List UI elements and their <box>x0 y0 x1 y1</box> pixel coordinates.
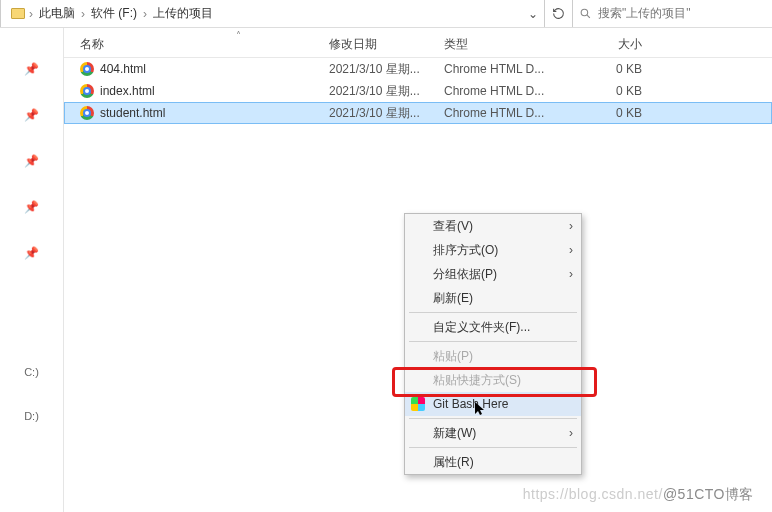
chrome-icon <box>80 106 94 120</box>
ctx-refresh[interactable]: 刷新(E) <box>405 286 581 310</box>
search-placeholder: 搜索"上传的项目" <box>598 5 691 22</box>
watermark: https://blog.csdn.net/@51CTO博客 <box>523 486 754 504</box>
pin-icon: 📌 <box>24 246 39 260</box>
pin-icon: 📌 <box>24 108 39 122</box>
quick-access-gutter: 📌 📌 📌 📌 📌 C:) D:) <box>0 28 64 512</box>
file-name: student.html <box>100 106 165 120</box>
table-row[interactable]: student.html2021/3/10 星期...Chrome HTML D… <box>64 102 772 124</box>
file-name-cell: student.html <box>74 106 329 120</box>
drive-label-d[interactable]: D:) <box>24 410 39 422</box>
search-input[interactable]: 搜索"上传的项目" <box>572 0 772 27</box>
file-name-cell: index.html <box>74 84 329 98</box>
ctx-separator <box>409 418 577 419</box>
ctx-group[interactable]: 分组依据(P) <box>405 262 581 286</box>
pin-icon: 📌 <box>24 62 39 76</box>
breadcrumb[interactable]: › 此电脑 › 软件 (F:) › 上传的项目 ⌄ <box>0 0 544 27</box>
address-bar: › 此电脑 › 软件 (F:) › 上传的项目 ⌄ 搜索"上传的项目" <box>0 0 772 28</box>
file-date: 2021/3/10 星期... <box>329 105 444 122</box>
file-name-cell: 404.html <box>74 62 329 76</box>
column-date[interactable]: 修改日期 <box>329 36 444 53</box>
watermark-url: https://blog.csdn.net/ <box>523 486 663 502</box>
ctx-paste-shortcut: 粘贴快捷方式(S) <box>405 368 581 392</box>
cursor-icon <box>475 402 485 416</box>
file-size: 0 KB <box>579 62 664 76</box>
ctx-sort[interactable]: 排序方式(O) <box>405 238 581 262</box>
file-list: ˄ 名称 修改日期 类型 大小 404.html2021/3/10 星期...C… <box>64 28 772 512</box>
column-name[interactable]: 名称 <box>74 36 329 53</box>
file-name: 404.html <box>100 62 146 76</box>
file-size: 0 KB <box>579 84 664 98</box>
refresh-button[interactable] <box>544 0 572 27</box>
refresh-icon <box>552 7 565 20</box>
table-row[interactable]: index.html2021/3/10 星期...Chrome HTML D..… <box>64 80 772 102</box>
pin-icon: 📌 <box>24 200 39 214</box>
ctx-git-bash[interactable]: Git Bash Here <box>405 392 581 416</box>
ctx-customize[interactable]: 自定义文件夹(F)... <box>405 315 581 339</box>
table-row[interactable]: 404.html2021/3/10 星期...Chrome HTML D...0… <box>64 58 772 80</box>
breadcrumb-drive[interactable]: 软件 (F:) <box>89 3 139 24</box>
file-date: 2021/3/10 星期... <box>329 83 444 100</box>
ctx-new[interactable]: 新建(W) <box>405 421 581 445</box>
file-type: Chrome HTML D... <box>444 84 579 98</box>
search-icon <box>579 7 592 20</box>
chevron-right-icon: › <box>139 7 151 21</box>
ctx-properties[interactable]: 属性(R) <box>405 450 581 474</box>
chrome-icon <box>80 62 94 76</box>
file-type: Chrome HTML D... <box>444 62 579 76</box>
ctx-paste: 粘贴(P) <box>405 344 581 368</box>
file-date: 2021/3/10 星期... <box>329 61 444 78</box>
ctx-separator <box>409 447 577 448</box>
svg-point-0 <box>581 9 588 16</box>
breadcrumb-root[interactable]: 此电脑 <box>37 3 77 24</box>
column-size[interactable]: 大小 <box>579 36 664 53</box>
column-headers[interactable]: ˄ 名称 修改日期 类型 大小 <box>64 28 772 58</box>
ctx-separator <box>409 312 577 313</box>
chevron-right-icon: › <box>77 7 89 21</box>
pin-icon: 📌 <box>24 154 39 168</box>
ctx-separator <box>409 341 577 342</box>
ctx-view[interactable]: 查看(V) <box>405 214 581 238</box>
chevron-right-icon: › <box>25 7 37 21</box>
chrome-icon <box>80 84 94 98</box>
file-name: index.html <box>100 84 155 98</box>
git-icon <box>411 397 425 411</box>
folder-icon <box>11 8 25 19</box>
sort-indicator-icon: ˄ <box>236 30 241 41</box>
context-menu: 查看(V) 排序方式(O) 分组依据(P) 刷新(E) 自定义文件夹(F)...… <box>404 213 582 475</box>
breadcrumb-folder[interactable]: 上传的项目 <box>151 3 215 24</box>
file-size: 0 KB <box>579 106 664 120</box>
ctx-git-bash-label: Git Bash Here <box>433 397 508 411</box>
column-type[interactable]: 类型 <box>444 36 579 53</box>
chevron-down-icon[interactable]: ⌄ <box>522 7 544 21</box>
drive-label-c[interactable]: C:) <box>24 366 39 378</box>
file-type: Chrome HTML D... <box>444 106 579 120</box>
watermark-brand: @51CTO博客 <box>663 486 754 502</box>
